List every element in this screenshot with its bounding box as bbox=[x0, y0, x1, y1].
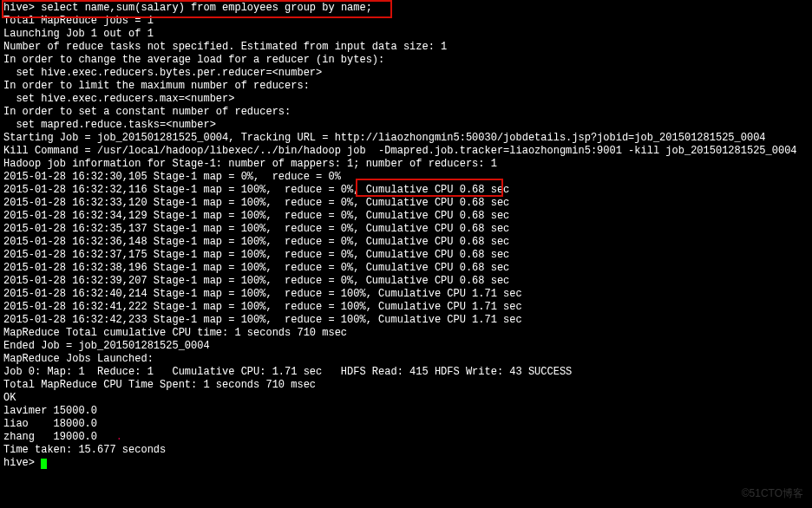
watermark: ©51CTO博客 bbox=[742, 486, 803, 501]
cursor-icon bbox=[41, 459, 47, 469]
log-line: set hive.exec.reducers.bytes.per.reducer… bbox=[3, 67, 322, 79]
result-row: zhang 19000.0 bbox=[3, 431, 97, 443]
log-line: Total MapReduce jobs = 1 bbox=[3, 15, 154, 27]
log-line: MapReduce Total cumulative CPU time: 1 s… bbox=[3, 327, 347, 339]
prompt: hive> bbox=[3, 2, 35, 14]
log-line: 2015-01-28 16:32:38,196 Stage-1 map = 10… bbox=[3, 262, 509, 274]
log-line: 2015-01-28 16:32:30,105 Stage-1 map = 0%… bbox=[3, 171, 341, 183]
log-line: In order to change the average load for … bbox=[3, 54, 384, 66]
log-line: 2015-01-28 16:32:35,137 Stage-1 map = 10… bbox=[3, 223, 509, 235]
result-row: liao 18000.0 bbox=[3, 418, 97, 430]
log-line: OK bbox=[3, 392, 16, 404]
log-line: 2015-01-28 16:32:41,222 Stage-1 map = 10… bbox=[3, 301, 522, 313]
log-line: Total MapReduce CPU Time Spent: 1 second… bbox=[3, 379, 316, 391]
log-line: 2015-01-28 16:32:34,129 Stage-1 map = 10… bbox=[3, 210, 509, 222]
log-line: 2015-01-28 16:32:36,148 Stage-1 map = 10… bbox=[3, 236, 509, 248]
log-line: MapReduce Jobs Launched: bbox=[3, 353, 154, 365]
log-line: Number of reduce tasks not specified. Es… bbox=[3, 41, 447, 53]
terminal-output[interactable]: hive> select name,sum(salary) from emplo… bbox=[0, 0, 812, 472]
log-line: Job 0: Map: 1 Reduce: 1 Cumulative CPU: … bbox=[3, 366, 572, 378]
marker-icon: . bbox=[116, 431, 122, 443]
log-line: Starting Job = job_201501281525_0004, Tr… bbox=[3, 132, 766, 144]
log-line: 2015-01-28 16:32:39,207 Stage-1 map = 10… bbox=[3, 275, 509, 287]
log-line: 2015-01-28 16:32:42,233 Stage-1 map = 10… bbox=[3, 314, 522, 326]
log-line: 2015-01-28 16:32:37,175 Stage-1 map = 10… bbox=[3, 249, 509, 261]
log-line: Kill Command = /usr/local/hadoop/libexec… bbox=[3, 145, 797, 157]
log-line: Launching Job 1 out of 1 bbox=[3, 28, 154, 40]
log-line: In order to set a constant number of red… bbox=[3, 106, 291, 118]
sql-command: select name,sum(salary) from employees g… bbox=[41, 2, 372, 14]
log-line: 2015-01-28 16:32:33,120 Stage-1 map = 10… bbox=[3, 197, 509, 209]
prompt: hive> bbox=[3, 457, 35, 469]
result-row: lavimer 15000.0 bbox=[3, 405, 97, 417]
log-line: 2015-01-28 16:32:32,116 Stage-1 map = 10… bbox=[3, 184, 509, 196]
log-line: set hive.exec.reducers.max=<number> bbox=[3, 93, 234, 105]
time-taken: Time taken: 15.677 seconds bbox=[3, 444, 166, 456]
log-line: Hadoop job information for Stage-1: numb… bbox=[3, 158, 497, 170]
log-line: In order to limit the maximum number of … bbox=[3, 80, 310, 92]
log-line: Ended Job = job_201501281525_0004 bbox=[3, 340, 210, 352]
log-line: set mapred.reduce.tasks=<number> bbox=[3, 119, 216, 131]
log-line: 2015-01-28 16:32:40,214 Stage-1 map = 10… bbox=[3, 288, 522, 300]
